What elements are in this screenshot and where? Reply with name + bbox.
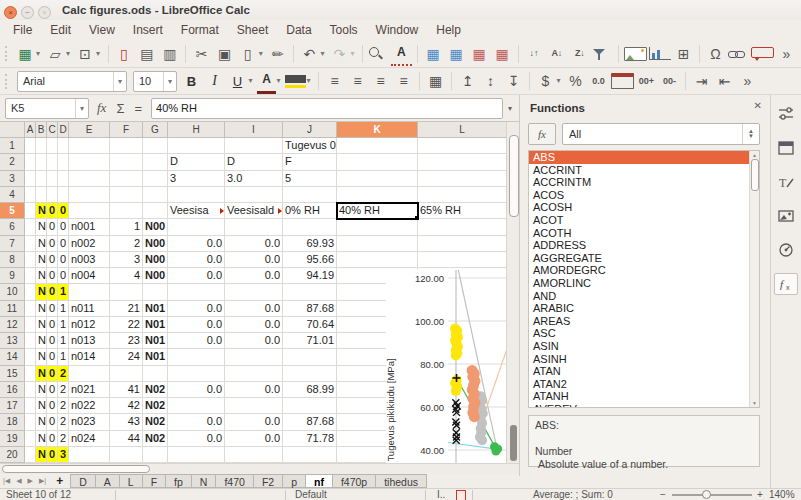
cell-H20[interactable]	[168, 447, 225, 463]
cell-G9[interactable]: N00	[143, 268, 168, 284]
sheet-tab-A[interactable]: A	[95, 474, 120, 488]
cell-C8[interactable]: 0	[47, 252, 58, 268]
cell-G6[interactable]: N00	[143, 219, 168, 235]
date-format-icon[interactable]	[611, 73, 634, 89]
cell-I18[interactable]: 0.0	[225, 414, 283, 430]
function-item-acoth[interactable]: ACOTH	[529, 227, 759, 240]
cell-E13[interactable]: n013	[69, 333, 110, 349]
cell-E11[interactable]: n011	[69, 301, 110, 317]
sheet-tab-L[interactable]: L	[119, 474, 143, 488]
column-header-F[interactable]: F	[110, 122, 143, 138]
decrease-indent-icon[interactable]: ⇤	[714, 70, 735, 92]
sheet-tab-F[interactable]: F	[142, 474, 166, 488]
zoom-level[interactable]: 140%	[769, 489, 795, 500]
cell-H14[interactable]	[168, 349, 225, 365]
chevron-down-icon[interactable]: ▾	[113, 72, 126, 91]
redo-icon[interactable]: ↷	[329, 43, 350, 65]
print-preview-icon[interactable]: ▥	[159, 43, 180, 65]
align-bottom-icon[interactable]: ↧	[503, 70, 524, 92]
cell-H3[interactable]: 3	[168, 171, 225, 187]
cell-G19[interactable]: N02	[143, 431, 168, 447]
expand-formula-bar-icon[interactable]: ▾	[503, 104, 517, 113]
copy-icon[interactable]: ▣	[214, 43, 235, 65]
styles-icon[interactable]: T	[774, 171, 798, 193]
horizontal-scrollbar[interactable]	[0, 463, 519, 474]
underline-dropdown-caret[interactable]: ▾	[246, 70, 255, 92]
cell-A4[interactable]	[25, 187, 36, 203]
increase-indent-icon[interactable]: ⇥	[691, 70, 712, 92]
function-item-atan2[interactable]: ATAN2	[529, 378, 759, 391]
cell-C18[interactable]: 0	[47, 414, 58, 430]
cell-D15[interactable]: 2	[58, 366, 69, 382]
cell-L1[interactable]	[418, 138, 506, 154]
cell-I2[interactable]: D	[225, 154, 283, 170]
cell-J10[interactable]	[283, 284, 337, 300]
insert-column-icon[interactable]: ▦	[446, 43, 467, 65]
new-spreadsheet-icon[interactable]: ▦	[15, 43, 36, 65]
cell-I16[interactable]: 0.0	[225, 382, 283, 398]
function-item-and[interactable]: AND	[529, 290, 759, 303]
italic-icon[interactable]: I	[204, 70, 225, 92]
function-item-areas[interactable]: AREAS	[529, 315, 759, 328]
cell-G16[interactable]: N02	[143, 382, 168, 398]
cell-D17[interactable]: 2	[58, 398, 69, 414]
cell-I20[interactable]	[225, 447, 283, 463]
function-item-asc[interactable]: ASC	[529, 327, 759, 340]
cell-H18[interactable]: 0.0	[168, 414, 225, 430]
cell-J9[interactable]: 94.19	[283, 268, 337, 284]
column-header-I[interactable]: I	[225, 122, 283, 138]
cell-C15[interactable]: 0	[47, 366, 58, 382]
cell-B2[interactable]	[36, 154, 47, 170]
function-item-acosh[interactable]: ACOSH	[529, 201, 759, 214]
row-header-4[interactable]: 4	[0, 187, 25, 203]
font-size-combo[interactable]: 10 ▾	[133, 71, 177, 92]
cell-A6[interactable]	[25, 219, 36, 235]
page-style[interactable]: Default	[295, 489, 327, 500]
cell-J18[interactable]: 87.68	[283, 414, 337, 430]
cell-G14[interactable]: N01	[143, 349, 168, 365]
function-item-aggregate[interactable]: AGGREGATE	[529, 252, 759, 265]
cell-K2[interactable]	[337, 154, 418, 170]
row-header-5[interactable]: 5	[0, 203, 25, 219]
column-header-C[interactable]: C	[47, 122, 58, 138]
functions-icon[interactable]: fx	[774, 273, 798, 295]
align-right-icon[interactable]: ≡	[370, 70, 391, 92]
cell-F3[interactable]	[110, 171, 143, 187]
function-category-combo[interactable]: All ▲▼	[562, 123, 760, 145]
undo-dropdown-caret[interactable]: ▾	[318, 43, 327, 65]
cell-G15[interactable]	[143, 366, 168, 382]
menu-sheet[interactable]: Sheet	[228, 21, 277, 39]
cell-D18[interactable]: 2	[58, 414, 69, 430]
cell-J3[interactable]: 5	[283, 171, 337, 187]
cell-G8[interactable]: N00	[143, 252, 168, 268]
cell-G5[interactable]	[143, 203, 168, 219]
maximize-button[interactable]: ▫	[38, 6, 51, 19]
cell-I11[interactable]: 0.0	[225, 301, 283, 317]
row-header-3[interactable]: 3	[0, 171, 25, 187]
cell-A14[interactable]	[25, 349, 36, 365]
cell-B13[interactable]: N	[36, 333, 47, 349]
close-icon[interactable]: ✕	[754, 100, 762, 111]
function-item-accrintm[interactable]: ACCRINTM	[529, 176, 759, 189]
cell-B17[interactable]: N	[36, 398, 47, 414]
row-header-6[interactable]: 6	[0, 219, 25, 235]
cell-I17[interactable]	[225, 398, 283, 414]
menu-window[interactable]: Window	[367, 21, 428, 39]
sheet-tab-D[interactable]: D	[70, 474, 96, 488]
center-vertically-icon[interactable]: ↕	[480, 70, 501, 92]
cell-I5[interactable]: Veesisald	[225, 203, 283, 219]
cell-G12[interactable]: N01	[143, 317, 168, 333]
cell-H7[interactable]: 0.0	[168, 236, 225, 252]
name-box[interactable]: K5 ▾	[5, 98, 89, 119]
cell-K6[interactable]	[337, 219, 418, 235]
font-name-combo[interactable]: Arial ▾	[17, 71, 127, 92]
column-header-D[interactable]: D	[58, 122, 69, 138]
cell-K1[interactable]	[337, 138, 418, 154]
sheet-tab-f470[interactable]: f470	[215, 474, 253, 488]
cell-D12[interactable]: 1	[58, 317, 69, 333]
cell-C20[interactable]: 0	[47, 447, 58, 463]
cell-J6[interactable]	[283, 219, 337, 235]
insert-row-icon[interactable]: ▦	[423, 43, 444, 65]
function-item-atan[interactable]: ATAN	[529, 365, 759, 378]
cell-L8[interactable]	[418, 252, 506, 268]
